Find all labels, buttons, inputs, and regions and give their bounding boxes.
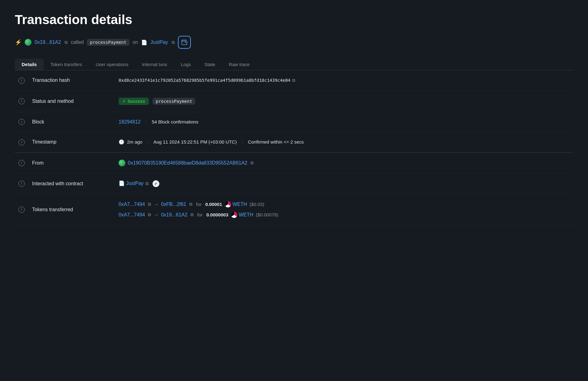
interacted-contract-name[interactable]: JustPay bbox=[126, 181, 144, 186]
info-icon-interacted: i bbox=[19, 181, 25, 187]
info-icon-tokens: i bbox=[19, 207, 25, 213]
verified-icon: ✓ bbox=[153, 180, 159, 187]
row-tx-hash: i Transaction hash 0xd8ce2433f41e1c79205… bbox=[15, 70, 573, 90]
tx-hash-value: 0xd8ce2433f41e1c792052a57682985b5fe991ca… bbox=[119, 78, 290, 83]
arrow-icon-1: → bbox=[153, 202, 158, 207]
status-badge: ✓ Success bbox=[119, 98, 149, 105]
info-icon-tx-hash: i bbox=[19, 77, 25, 84]
copy-token-to-2[interactable]: ⧉ bbox=[191, 212, 194, 217]
weth-badge-1: WETH bbox=[225, 201, 247, 208]
timestamp-ago: 2m ago bbox=[127, 139, 142, 144]
block-separator: | bbox=[145, 119, 147, 124]
lightning-icon: ⚡ bbox=[15, 39, 22, 46]
tab-token-transfers[interactable]: Token transfers bbox=[44, 59, 89, 70]
info-icon-status: i bbox=[19, 98, 25, 104]
token-usd-2: ($0.00079) bbox=[256, 212, 278, 217]
label-interacted: Interacted with contract bbox=[32, 181, 83, 186]
called-text: called bbox=[71, 40, 84, 45]
tx-subtitle: ⚡ 0x19...61A2 ⧉ called processPayment on… bbox=[15, 36, 573, 49]
from-address-full[interactable]: 0x19070B35190Ed46588baeD8da833D95552AB61… bbox=[128, 160, 247, 166]
ts-separator1: | bbox=[147, 139, 149, 144]
token-from-2[interactable]: 0xA7...7494 bbox=[119, 212, 145, 218]
method-badge-detail: processPayment bbox=[153, 98, 195, 105]
weth-badge-2: WETH bbox=[231, 211, 253, 218]
row-timestamp: i Timestamp 🕐 2m ago | Aug 11 2024 15:22… bbox=[15, 132, 573, 153]
info-icon-from: i bbox=[19, 160, 25, 166]
page-title: Transaction details bbox=[15, 12, 573, 27]
contract-name-subtitle[interactable]: JustPay bbox=[150, 40, 168, 45]
token-for-label-2: for bbox=[197, 212, 203, 217]
tab-details[interactable]: Details bbox=[15, 59, 44, 70]
check-icon: ✓ bbox=[122, 99, 126, 104]
token-from-1[interactable]: 0xA7...7494 bbox=[119, 202, 145, 207]
clock-icon: 🕐 bbox=[119, 139, 124, 144]
copy-contract-icon[interactable]: ⧉ bbox=[172, 40, 175, 45]
token-to-2[interactable]: 0x19...61A2 bbox=[161, 212, 187, 218]
ts-separator2: | bbox=[242, 139, 243, 144]
justpay-file-icon: 📄 bbox=[119, 181, 125, 186]
token-transfer-2: 0xA7...7494 ⧉ → 0x19...61A2 ⧉ for 0.0000… bbox=[119, 211, 569, 218]
tab-user-operations[interactable]: User operations bbox=[89, 59, 135, 70]
weth-link-1[interactable]: WETH bbox=[233, 202, 247, 207]
globe-avatar bbox=[25, 39, 32, 46]
contract-file-icon: 📄 bbox=[141, 40, 147, 45]
token-to-1[interactable]: 0xFB...2f61 bbox=[161, 202, 186, 207]
row-block: i Block 18294812 | 54 Block confirmation… bbox=[15, 112, 573, 132]
tabs-container: Details Token transfers User operations … bbox=[15, 59, 573, 70]
copy-tx-hash-icon[interactable]: ⧉ bbox=[292, 78, 295, 83]
row-tokens: i Tokens transferred 0xA7...7494 ⧉ → 0xF… bbox=[15, 194, 573, 225]
wallet-button[interactable] bbox=[178, 36, 191, 49]
token-amount-1: 0.00001 bbox=[205, 202, 222, 207]
token-transfer-1: 0xA7...7494 ⧉ → 0xFB...2f61 ⧉ for 0.0000… bbox=[119, 201, 569, 208]
block-confirmations: 54 Block confirmations bbox=[152, 119, 198, 124]
info-icon-timestamp: i bbox=[19, 139, 25, 145]
from-address-short[interactable]: 0x19...61A2 bbox=[35, 40, 61, 45]
copy-interacted-icon[interactable]: ⧉ bbox=[145, 181, 149, 186]
svg-rect-0 bbox=[182, 41, 187, 45]
status-text: Success bbox=[128, 99, 145, 104]
label-timestamp: Timestamp bbox=[32, 139, 57, 144]
svg-point-1 bbox=[185, 42, 186, 43]
tab-internal-txns[interactable]: Internal txns bbox=[135, 59, 174, 70]
label-status-method: Status and method bbox=[32, 98, 74, 104]
label-block: Block bbox=[32, 119, 44, 124]
copy-token-to-1[interactable]: ⧉ bbox=[189, 202, 192, 207]
copy-token-from-1[interactable]: ⧉ bbox=[148, 202, 151, 207]
weth-link-2[interactable]: WETH bbox=[239, 212, 253, 218]
details-table: i Transaction hash 0xd8ce2433f41e1c79205… bbox=[15, 70, 573, 225]
tab-raw-trace[interactable]: Raw trace bbox=[222, 59, 257, 70]
copy-from-icon[interactable]: ⧉ bbox=[250, 160, 254, 165]
on-text: on bbox=[132, 40, 138, 45]
from-address-container: 0x19070B35190Ed46588baeD8da833D95552AB61… bbox=[119, 160, 569, 166]
token-usd-1: ($0.03) bbox=[250, 202, 264, 207]
arrow-icon-2: → bbox=[153, 212, 158, 218]
tab-state[interactable]: State bbox=[198, 59, 222, 70]
weth-icon-2 bbox=[231, 211, 237, 218]
from-globe-avatar bbox=[119, 160, 125, 166]
label-from: From bbox=[32, 160, 44, 165]
timestamp-full: Aug 11 2024 15:22:51 PM (+03:00 UTC) bbox=[153, 139, 237, 144]
token-for-label-1: for bbox=[196, 202, 202, 207]
timestamp-confirmed: Confirmed within <= 2 secs bbox=[248, 139, 304, 144]
block-number-link[interactable]: 18294812 bbox=[119, 119, 141, 124]
tab-logs[interactable]: Logs bbox=[174, 59, 198, 70]
row-interacted: i Interacted with contract 📄 JustPay ⧉ ✓ bbox=[15, 173, 573, 194]
row-from: i From 0x19070B35190Ed46588baeD8da833D95… bbox=[15, 153, 573, 173]
copy-token-from-2[interactable]: ⧉ bbox=[148, 212, 151, 217]
weth-icon-1 bbox=[225, 201, 231, 208]
method-badge-subtitle: processPayment bbox=[87, 39, 129, 46]
token-amount-2: 0.0000003 bbox=[206, 212, 228, 217]
label-tokens: Tokens transferred bbox=[32, 207, 73, 212]
label-tx-hash: Transaction hash bbox=[32, 77, 70, 83]
row-status-method: i Status and method ✓ Success processPay… bbox=[15, 90, 573, 112]
info-icon-block: i bbox=[19, 119, 25, 125]
copy-address-icon[interactable]: ⧉ bbox=[65, 40, 68, 45]
